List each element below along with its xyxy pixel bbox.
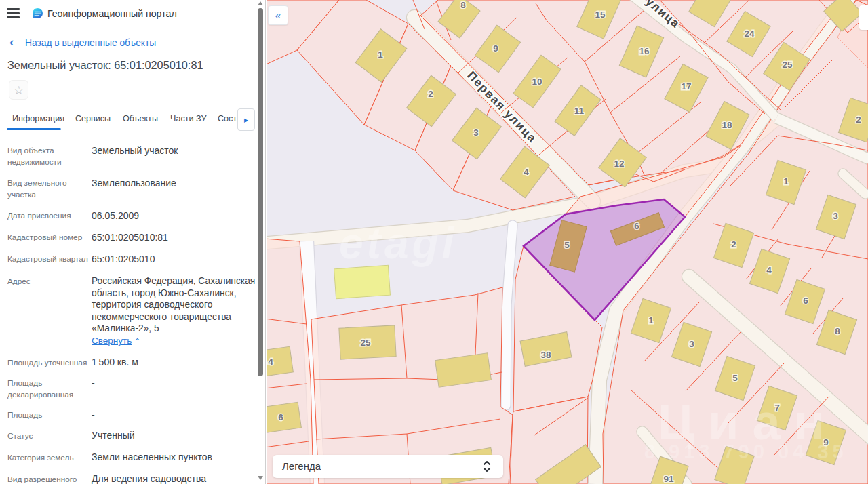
svg-text:9: 9	[493, 43, 498, 54]
svg-text:2: 2	[731, 239, 736, 249]
svg-text:1: 1	[783, 176, 789, 186]
svg-text:2: 2	[856, 115, 861, 125]
svg-text:25: 25	[782, 60, 793, 70]
svg-text:38: 38	[540, 350, 551, 360]
svg-text:4: 4	[268, 357, 273, 367]
svg-text:1: 1	[378, 49, 383, 60]
svg-text:6: 6	[634, 221, 639, 231]
svg-text:12: 12	[614, 159, 624, 169]
svg-text:8: 8	[835, 326, 840, 336]
svg-text:8: 8	[460, 0, 466, 10]
svg-text:3: 3	[833, 211, 838, 221]
svg-text:16: 16	[639, 46, 650, 56]
svg-text:5: 5	[564, 240, 570, 250]
svg-text:5: 5	[732, 373, 738, 383]
svg-text:10: 10	[532, 77, 542, 87]
svg-text:17: 17	[681, 81, 691, 92]
svg-text:6: 6	[803, 296, 808, 306]
svg-text:1: 1	[648, 315, 654, 325]
svg-text:15: 15	[595, 9, 606, 20]
svg-text:2: 2	[428, 89, 433, 99]
svg-text:8 913 790 04 35: 8 913 790 04 35	[644, 441, 848, 462]
svg-text:18: 18	[722, 120, 732, 130]
svg-text:4: 4	[766, 265, 772, 275]
svg-text:25: 25	[360, 338, 371, 348]
svg-text:6: 6	[278, 412, 283, 422]
svg-text:91: 91	[663, 474, 674, 484]
svg-text:3: 3	[689, 339, 694, 349]
svg-text:11: 11	[574, 106, 585, 116]
svg-text:24: 24	[744, 28, 755, 39]
svg-text:4: 4	[524, 167, 529, 177]
svg-text:etagi: etagi	[339, 219, 457, 268]
svg-text:3: 3	[473, 127, 479, 138]
